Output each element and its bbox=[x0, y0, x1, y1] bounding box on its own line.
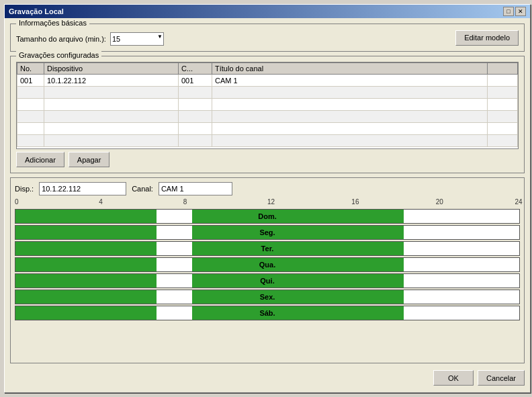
green-block bbox=[15, 242, 157, 255]
green-block bbox=[192, 258, 404, 271]
green-block bbox=[15, 210, 157, 223]
cell-title: CAM 1 bbox=[212, 75, 488, 87]
green-block bbox=[192, 290, 404, 304]
add-button[interactable]: Adicionar bbox=[16, 152, 64, 167]
recordings-title: Gravações configuradas bbox=[16, 51, 101, 59]
white-block bbox=[157, 226, 192, 239]
col-header-no: No. bbox=[17, 63, 44, 75]
table-row-empty bbox=[17, 99, 518, 111]
close-button[interactable]: ✕ bbox=[515, 7, 526, 16]
main-window: Gravação Local □ ✕ Informações básicas T… bbox=[4, 4, 531, 393]
recordings-table-container: No. Dispositivo C... Título do canal 001… bbox=[16, 62, 519, 149]
table-row-empty bbox=[17, 111, 518, 123]
tick-4: 4 bbox=[99, 198, 103, 206]
green-block bbox=[192, 274, 404, 288]
white-block bbox=[404, 242, 520, 255]
col-header-device: Dispositivo bbox=[44, 63, 179, 75]
tick-8: 8 bbox=[183, 198, 187, 206]
schedule-blocks bbox=[15, 306, 519, 320]
delete-button[interactable]: Apagar bbox=[69, 152, 109, 167]
green-block bbox=[15, 226, 157, 239]
table-row-empty bbox=[17, 123, 518, 135]
table-row-empty bbox=[17, 135, 518, 147]
ok-button[interactable]: OK bbox=[433, 370, 474, 386]
schedule-day-row[interactable]: Sáb. bbox=[15, 306, 520, 320]
green-block bbox=[15, 274, 157, 288]
channel-input[interactable] bbox=[159, 182, 232, 195]
file-size-select[interactable]: 15 5 10 20 30 60 bbox=[110, 32, 164, 46]
green-block bbox=[15, 306, 157, 320]
tick-0: 0 bbox=[15, 198, 19, 206]
tick-20: 20 bbox=[436, 198, 443, 206]
recordings-table: No. Dispositivo C... Título do canal 001… bbox=[17, 62, 518, 147]
white-block bbox=[157, 242, 192, 255]
schedule-day-row[interactable]: Qui. bbox=[15, 273, 520, 288]
white-block bbox=[157, 258, 192, 271]
file-size-select-wrapper: 15 5 10 20 30 60 bbox=[110, 32, 164, 46]
cell-c: 001 bbox=[179, 75, 212, 87]
recordings-group: Gravações configuradas No. Dispositivo C… bbox=[10, 56, 525, 173]
edit-model-button[interactable]: Editar modelo bbox=[455, 30, 519, 46]
timeline-header: 0 4 8 12 16 20 24 bbox=[15, 198, 520, 208]
tick-16: 16 bbox=[351, 198, 359, 206]
schedule-day-row[interactable]: Qua. bbox=[15, 257, 520, 272]
cell-extra bbox=[487, 75, 517, 87]
file-size-label: Tamanho do arquivo (min.): bbox=[16, 35, 106, 43]
white-block bbox=[404, 226, 520, 239]
table-row-empty bbox=[17, 87, 518, 99]
schedule-day-row[interactable]: Seg. bbox=[15, 225, 520, 240]
recordings-btn-row: Adicionar Apagar bbox=[16, 152, 519, 167]
white-block bbox=[157, 274, 192, 288]
recordings-table-body: 001 10.1.22.112 001 CAM 1 bbox=[17, 75, 518, 147]
green-block bbox=[192, 306, 404, 320]
schedule-blocks bbox=[15, 258, 519, 271]
white-block bbox=[157, 290, 192, 304]
schedule-grid: Dom.Seg.Ter.Qua.Qui.Sex.Sáb. bbox=[15, 209, 520, 320]
basic-info-row: Tamanho do arquivo (min.): 15 5 10 20 30… bbox=[16, 30, 519, 46]
schedule-blocks bbox=[15, 274, 519, 288]
tick-24: 24 bbox=[515, 198, 522, 206]
schedule-fields-row: Disp.: Canal: bbox=[15, 182, 520, 195]
white-block bbox=[404, 306, 520, 320]
disp-input[interactable] bbox=[39, 182, 126, 195]
white-block bbox=[404, 210, 520, 223]
green-block bbox=[192, 226, 404, 239]
green-block bbox=[15, 258, 157, 271]
restore-button[interactable]: □ bbox=[503, 7, 514, 16]
tick-12: 12 bbox=[267, 198, 275, 206]
basic-info-group: Informações básicas Tamanho do arquivo (… bbox=[10, 24, 525, 52]
white-block bbox=[404, 290, 520, 304]
schedule-blocks bbox=[15, 210, 519, 223]
col-header-extra bbox=[487, 63, 517, 75]
title-bar-buttons: □ ✕ bbox=[503, 7, 526, 16]
green-block bbox=[192, 210, 404, 223]
cell-device: 10.1.22.112 bbox=[44, 75, 179, 87]
white-block bbox=[404, 274, 520, 288]
window-content: Informações básicas Tamanho do arquivo (… bbox=[5, 18, 530, 392]
title-bar: Gravação Local □ ✕ bbox=[5, 5, 530, 18]
table-row[interactable]: 001 10.1.22.112 001 CAM 1 bbox=[17, 75, 518, 87]
recordings-header-row: No. Dispositivo C... Título do canal bbox=[17, 63, 518, 75]
footer-buttons: OK Cancelar bbox=[10, 367, 525, 387]
col-header-c: C... bbox=[179, 63, 212, 75]
schedule-day-row[interactable]: Ter. bbox=[15, 241, 520, 256]
white-block bbox=[157, 306, 192, 320]
schedule-section: Disp.: Canal: 0 4 8 12 16 20 24 Dom.Seg.… bbox=[10, 177, 525, 363]
green-block bbox=[15, 290, 157, 304]
recordings-table-head: No. Dispositivo C... Título do canal bbox=[17, 63, 518, 75]
green-block bbox=[192, 242, 404, 255]
white-block bbox=[404, 258, 520, 271]
schedule-blocks bbox=[15, 242, 519, 255]
schedule-day-row[interactable]: Dom. bbox=[15, 209, 520, 224]
schedule-blocks bbox=[15, 226, 519, 239]
cancel-button[interactable]: Cancelar bbox=[478, 370, 525, 386]
channel-label: Canal: bbox=[132, 185, 153, 193]
schedule-blocks bbox=[15, 290, 519, 304]
cell-no: 001 bbox=[17, 75, 44, 87]
schedule-day-row[interactable]: Sex. bbox=[15, 290, 520, 304]
disp-label: Disp.: bbox=[15, 185, 34, 193]
white-block bbox=[157, 210, 192, 223]
col-header-title: Título do canal bbox=[212, 63, 488, 75]
file-size-field-row: Tamanho do arquivo (min.): 15 5 10 20 30… bbox=[16, 32, 164, 46]
window-title: Gravação Local bbox=[9, 7, 64, 15]
